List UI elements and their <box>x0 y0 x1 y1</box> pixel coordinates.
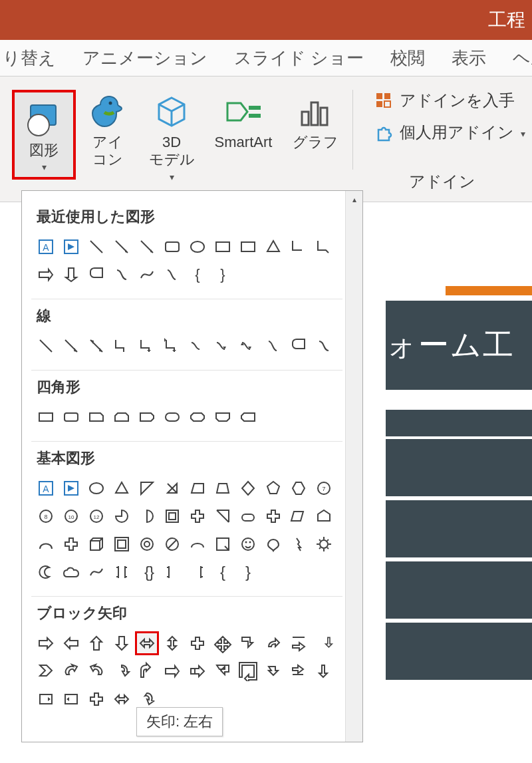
shape-item[interactable] <box>160 235 184 259</box>
shape-item[interactable] <box>236 659 260 683</box>
shape-item[interactable] <box>186 334 209 358</box>
shape-item[interactable] <box>59 532 83 556</box>
shape-item[interactable]: A <box>34 476 58 500</box>
shape-item[interactable] <box>84 631 108 655</box>
shape-item[interactable] <box>59 334 83 358</box>
shape-item[interactable] <box>261 532 285 556</box>
shape-item[interactable] <box>211 405 235 429</box>
shape-item[interactable] <box>236 235 260 259</box>
shape-item[interactable] <box>110 476 134 500</box>
shape-item[interactable] <box>84 659 108 683</box>
shape-item[interactable] <box>84 476 108 500</box>
shape-item[interactable] <box>312 659 336 683</box>
shape-item[interactable] <box>110 631 134 655</box>
shape-item[interactable] <box>287 504 311 528</box>
shape-item[interactable] <box>211 334 235 358</box>
shape-item[interactable] <box>160 560 184 584</box>
shape-item[interactable] <box>59 560 83 584</box>
shape-item[interactable] <box>84 687 108 711</box>
tab-transitions[interactable]: り替え <box>3 47 56 70</box>
shapes-button[interactable]: 図形 ▾ <box>12 90 76 180</box>
3dmodels-button[interactable]: 3D モデル ▾ <box>140 90 203 183</box>
chart-button[interactable]: グラフ <box>283 90 347 151</box>
shape-item[interactable] <box>236 631 260 655</box>
shape-item[interactable] <box>110 532 134 556</box>
icons-button[interactable]: アイ コン <box>76 90 140 169</box>
shape-item[interactable] <box>135 504 159 528</box>
shape-item[interactable] <box>34 631 58 655</box>
shape-item[interactable] <box>287 476 311 500</box>
shape-item[interactable] <box>160 659 184 683</box>
shape-item[interactable] <box>287 631 311 655</box>
shape-item[interactable] <box>261 504 285 528</box>
shape-item[interactable] <box>211 631 235 655</box>
shape-item[interactable] <box>160 263 184 287</box>
shape-left-right-arrow[interactable] <box>135 631 159 655</box>
shape-item[interactable] <box>110 659 134 683</box>
shape-item[interactable] <box>312 334 336 358</box>
shape-item[interactable] <box>84 235 108 259</box>
shape-item[interactable] <box>236 334 260 358</box>
shape-item[interactable] <box>287 235 311 259</box>
my-addins-button[interactable]: 個人用アドイン ▾ <box>374 122 525 143</box>
shape-item[interactable] <box>160 631 184 655</box>
shape-item[interactable] <box>211 476 235 500</box>
shape-item[interactable] <box>135 334 159 358</box>
shape-item[interactable] <box>261 631 285 655</box>
tab-view[interactable]: 表示 <box>452 47 486 70</box>
shape-item[interactable] <box>59 659 83 683</box>
shape-item[interactable] <box>110 504 134 528</box>
shape-item[interactable] <box>287 334 311 358</box>
scroll-up-icon[interactable]: ▴ <box>346 191 362 208</box>
shape-item[interactable] <box>261 659 285 683</box>
shape-item[interactable] <box>84 560 108 584</box>
shape-item[interactable] <box>84 532 108 556</box>
shape-item[interactable] <box>59 687 83 711</box>
shape-item[interactable] <box>135 235 159 259</box>
shape-item[interactable] <box>160 532 184 556</box>
shape-item[interactable] <box>186 631 209 655</box>
shape-item[interactable] <box>59 405 83 429</box>
shape-item[interactable]: 10 <box>59 504 83 528</box>
shape-item[interactable] <box>34 405 58 429</box>
shape-item[interactable] <box>135 476 159 500</box>
shape-item[interactable] <box>135 405 159 429</box>
shape-item[interactable] <box>261 334 285 358</box>
shape-item[interactable] <box>261 235 285 259</box>
shape-item[interactable] <box>110 334 134 358</box>
shape-item[interactable] <box>312 504 336 528</box>
shape-item[interactable] <box>160 476 184 500</box>
shape-item[interactable] <box>160 334 184 358</box>
shape-item[interactable]: A <box>34 235 58 259</box>
shape-item[interactable] <box>110 560 134 584</box>
shape-item[interactable] <box>211 532 235 556</box>
shape-item[interactable] <box>287 659 311 683</box>
shape-item[interactable]: "/> <box>211 504 235 528</box>
shape-item[interactable] <box>34 334 58 358</box>
shape-item[interactable] <box>84 334 108 358</box>
shape-item[interactable] <box>186 504 209 528</box>
shape-item[interactable] <box>135 263 159 287</box>
shape-item[interactable] <box>59 235 83 259</box>
shape-item[interactable] <box>34 263 58 287</box>
shape-item[interactable] <box>59 631 83 655</box>
shape-item[interactable]: } <box>236 560 260 584</box>
shape-item[interactable] <box>236 532 260 556</box>
shape-item[interactable] <box>287 532 311 556</box>
shape-item[interactable] <box>211 235 235 259</box>
shape-item[interactable] <box>160 504 184 528</box>
shape-item[interactable] <box>110 235 134 259</box>
shape-item[interactable]: 8 <box>34 504 58 528</box>
get-addins-button[interactable]: アドインを入手 <box>374 90 525 111</box>
shape-item[interactable]: 7 <box>312 476 336 500</box>
shape-item[interactable] <box>135 532 159 556</box>
shape-item[interactable]: 12 <box>84 504 108 528</box>
shape-item[interactable]: { <box>186 263 209 287</box>
shape-item[interactable] <box>34 532 58 556</box>
shape-item[interactable] <box>34 659 58 683</box>
shape-item[interactable] <box>186 532 209 556</box>
smartart-button[interactable]: SmartArt <box>203 90 283 151</box>
shape-item[interactable] <box>236 405 260 429</box>
shape-item[interactable] <box>160 405 184 429</box>
shape-item[interactable] <box>186 235 209 259</box>
